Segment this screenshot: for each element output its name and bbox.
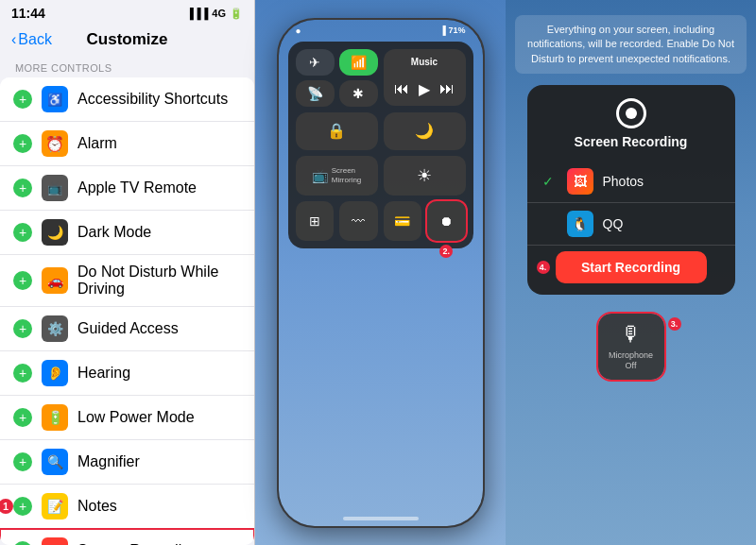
controls-list: + ♿ Accessibility Shortcuts + ⏰ Alarm + … xyxy=(0,77,254,545)
cellular-icon: 📡 xyxy=(307,86,323,101)
cc-voice[interactable]: 〰 xyxy=(339,201,378,241)
icon-low-power: 🔋 xyxy=(42,404,68,431)
record-icon: ⏺ xyxy=(439,213,453,229)
back-button[interactable]: ‹ Back xyxy=(11,31,52,48)
popup-title-label: Screen Recording xyxy=(575,134,688,149)
microphone-icon: 🎙 xyxy=(621,322,642,347)
list-item-notes[interactable]: 1 + 📝 Notes xyxy=(0,485,254,529)
cc-qr[interactable]: ⊞ xyxy=(296,201,335,241)
control-center: ✈ 📶 📡 ✱ Music xyxy=(288,42,473,248)
cc-screen-mirror[interactable]: 📺 ScreenMirroring xyxy=(296,156,378,196)
cc-bluetooth[interactable]: ✱ xyxy=(339,80,378,107)
cc-cellular[interactable]: 📡 xyxy=(296,80,335,107)
right-panel: Everything on your screen, including not… xyxy=(506,0,756,545)
cc-brightness-control[interactable]: ☀ xyxy=(384,156,466,196)
list-item-apple-tv-remote[interactable]: + 📺 Apple TV Remote xyxy=(0,166,254,211)
next-icon[interactable]: ⏭ xyxy=(439,80,455,97)
battery-icon: 🔋 xyxy=(230,8,243,20)
list-item-guided-access[interactable]: + ⚙️ Guided Access xyxy=(0,307,254,351)
icon-dnd-driving: 🚗 xyxy=(42,267,68,294)
icon-hearing: 👂 xyxy=(42,360,68,386)
list-item-accessibility[interactable]: + ♿ Accessibility Shortcuts xyxy=(0,77,254,122)
start-recording-button[interactable]: 4. Start Recording xyxy=(556,251,707,283)
step-label-3: 3. xyxy=(668,317,681,331)
cc-row-2: 🔒 🌙 xyxy=(296,112,466,150)
qr-icon: ⊞ xyxy=(309,213,320,229)
iphone-time: ● xyxy=(296,26,301,36)
play-icon[interactable]: ▶ xyxy=(419,80,430,98)
cc-screen-rec[interactable]: ⏺ 2. xyxy=(427,201,466,241)
signal-type: 4G xyxy=(212,8,226,19)
cc-airplane[interactable]: ✈ xyxy=(296,49,335,76)
status-icons: ▐▐▐ 4G 🔋 xyxy=(186,8,243,20)
airplane-icon: ✈ xyxy=(309,55,320,70)
cc-wifi[interactable]: 📶 xyxy=(339,49,378,76)
list-item-magnifier[interactable]: + 🔍 Magnifier xyxy=(0,440,254,485)
iphone-screen: ● ▐ 71% ✈ 📶 � xyxy=(279,20,483,526)
rec-dot-icon xyxy=(626,108,637,119)
icon-alarm: ⏰ xyxy=(42,130,68,157)
label-alarm: Alarm xyxy=(77,135,117,152)
icon-qq: 🐧 xyxy=(567,211,593,237)
wifi-icon: 📶 xyxy=(351,55,367,70)
battery-percent: ▐ 71% xyxy=(440,26,466,35)
list-item-screen-recording[interactable]: + ⏺ Screen Recording xyxy=(0,529,254,545)
label-apple-tv-remote: Apple TV Remote xyxy=(77,179,197,196)
voice-icon: 〰 xyxy=(352,213,365,229)
rec-circle-icon xyxy=(616,98,646,128)
home-bar xyxy=(343,517,419,520)
label-hearing: Hearing xyxy=(77,365,130,382)
add-icon-accessibility: + xyxy=(13,90,32,109)
step-label-4: 4. xyxy=(537,261,550,274)
prev-icon[interactable]: ⏮ xyxy=(394,80,409,97)
popup-option-photos[interactable]: ✓ 🖼 Photos xyxy=(527,161,735,203)
music-controls: ⏮ ▶ ⏭ xyxy=(394,80,455,98)
add-icon-dark-mode: + xyxy=(13,223,32,242)
add-icon-alarm: + xyxy=(13,134,32,153)
add-icon-notes: + xyxy=(13,497,32,516)
microphone-button[interactable]: 🎙 MicrophoneOff xyxy=(598,314,664,380)
label-photos: Photos xyxy=(603,174,644,189)
back-label[interactable]: Back xyxy=(18,31,52,48)
tooltip: Everything on your screen, including not… xyxy=(515,15,747,74)
label-qq: QQ xyxy=(603,216,624,231)
mic-label: MicrophoneOff xyxy=(609,350,653,371)
mic-button-container: 🎙 MicrophoneOff 3. xyxy=(598,314,664,380)
icon-dark-mode: 🌙 xyxy=(42,219,68,246)
moon-icon: 🌙 xyxy=(415,122,434,140)
label-dark-mode: Dark Mode xyxy=(77,224,151,241)
icon-screen-recording: ⏺ xyxy=(42,537,68,545)
list-item-low-power[interactable]: + 🔋 Low Power Mode xyxy=(0,396,254,440)
cc-music[interactable]: Music ⏮ ▶ ⏭ xyxy=(384,49,466,106)
cc-bottom-row: ⊞ 〰 💳 ⏺ 2. xyxy=(296,201,466,241)
brightness-icon: ☀ xyxy=(417,165,432,186)
add-icon-apple-tv-remote: + xyxy=(13,179,32,197)
step-label-2: 2. xyxy=(439,245,453,258)
cc-wallet[interactable]: 💳 xyxy=(384,201,422,241)
list-item-alarm[interactable]: + ⏰ Alarm xyxy=(0,122,254,166)
list-item-hearing[interactable]: + 👂 Hearing xyxy=(0,351,254,396)
add-icon-guided-access: + xyxy=(13,319,32,338)
popup-option-qq[interactable]: ✓ 🐧 QQ xyxy=(527,203,735,246)
list-item-dnd-driving[interactable]: + 🚗 Do Not Disturb While Driving xyxy=(0,255,254,307)
list-item-dark-mode[interactable]: + 🌙 Dark Mode xyxy=(0,211,254,255)
middle-panel: ● ▐ 71% ✈ 📶 � xyxy=(255,0,506,545)
icon-notes: 📝 xyxy=(42,493,68,519)
qq-emoji: 🐧 xyxy=(572,216,588,231)
add-icon-magnifier: + xyxy=(13,452,32,471)
cc-lock-rotation[interactable]: 🔒 xyxy=(296,112,378,150)
iphone-battery: ▐ 71% xyxy=(440,26,466,35)
page-title: Customize xyxy=(87,30,168,49)
screen-mirror-label: ScreenMirroring xyxy=(332,166,362,184)
icon-accessibility: ♿ xyxy=(42,86,68,112)
screen-mirror-icon: 📺 xyxy=(312,168,328,183)
cc-dnd[interactable]: 🌙 xyxy=(384,112,466,150)
wallet-icon: 💳 xyxy=(394,213,410,229)
add-icon-screen-recording: + xyxy=(13,541,32,545)
popup-title: Screen Recording xyxy=(527,98,735,149)
start-recording-label: Start Recording xyxy=(581,260,680,275)
clock: 11:44 xyxy=(11,6,45,21)
add-icon-low-power: + xyxy=(13,408,32,427)
iphone-frame: ● ▐ 71% ✈ 📶 � xyxy=(277,18,485,528)
label-dnd-driving: Do Not Disturb While Driving xyxy=(77,264,241,298)
